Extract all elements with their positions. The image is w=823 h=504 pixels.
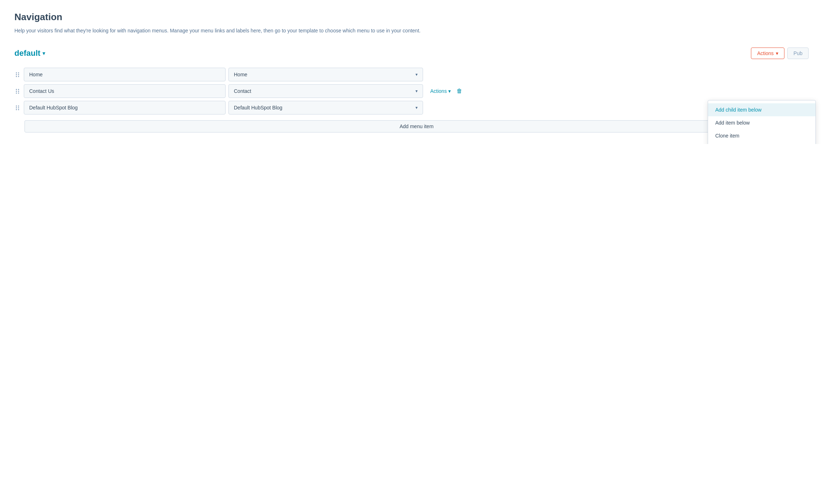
nav-item-contact-label-text: Contact Us bbox=[29, 88, 54, 94]
actions-button[interactable]: Actions ▾ bbox=[751, 48, 784, 59]
nav-item-contact-select-value: Contact bbox=[234, 88, 251, 94]
menu-name-label: default bbox=[14, 49, 40, 58]
nav-item-contact-select[interactable]: Contact ▾ bbox=[228, 84, 423, 98]
nav-item-blog-select-value: Default HubSpot Blog bbox=[234, 105, 283, 111]
blog-select-caret-icon: ▾ bbox=[415, 105, 418, 110]
dropdown-item-add-below-label: Add item below bbox=[715, 120, 750, 126]
nav-item-blog-select[interactable]: Default HubSpot Blog ▾ bbox=[228, 101, 423, 114]
add-menu-item-label: Add menu item bbox=[400, 123, 433, 129]
drag-handle-blog[interactable] bbox=[14, 105, 21, 110]
publish-button[interactable]: Pub bbox=[787, 48, 809, 59]
row-actions-caret-icon: ▾ bbox=[448, 88, 451, 94]
nav-item-row: Home Home ▾ bbox=[14, 68, 809, 81]
select-caret-icon: ▾ bbox=[415, 72, 418, 77]
nav-item-select-value: Home bbox=[234, 72, 247, 77]
menu-header: default ▾ Actions ▾ Pub bbox=[14, 48, 809, 59]
nav-item-label: Home bbox=[24, 68, 226, 81]
header-actions: Actions ▾ Pub bbox=[751, 48, 809, 59]
dropdown-item-clone[interactable]: Clone item bbox=[708, 129, 815, 142]
contact-select-caret-icon: ▾ bbox=[415, 89, 418, 94]
menu-name[interactable]: default ▾ bbox=[14, 49, 45, 58]
trash-icon: 🗑 bbox=[457, 88, 462, 94]
dropdown-item-add-child[interactable]: Add child item below bbox=[708, 103, 815, 116]
dropdown-item-add-below[interactable]: Add item below bbox=[708, 116, 815, 129]
nav-item-blog-label-text: Default HubSpot Blog bbox=[29, 105, 78, 111]
nav-item-select[interactable]: Home ▾ bbox=[228, 68, 423, 81]
nav-item-blog-label: Default HubSpot Blog bbox=[24, 101, 226, 114]
page-description: Help your visitors find what they're loo… bbox=[14, 27, 809, 35]
add-menu-item-button[interactable]: Add menu item bbox=[25, 120, 809, 132]
row-actions: Actions ▾ 🗑 bbox=[427, 86, 464, 96]
page-container: Navigation Help your visitors find what … bbox=[0, 0, 823, 144]
dropdown-section-main: Add child item below Add item below Clon… bbox=[708, 100, 815, 144]
actions-button-caret-icon: ▾ bbox=[776, 50, 778, 56]
menu-name-caret-icon: ▾ bbox=[43, 50, 45, 56]
actions-dropdown-menu: Add child item below Add item below Clon… bbox=[708, 100, 816, 144]
nav-item-row-blog: Default HubSpot Blog Default HubSpot Blo… bbox=[14, 101, 809, 114]
page-title: Navigation bbox=[14, 12, 809, 23]
dropdown-item-open-editor[interactable]: Open in editor ↗ bbox=[708, 142, 815, 144]
delete-button[interactable]: 🗑 bbox=[455, 86, 464, 96]
dropdown-item-clone-label: Clone item bbox=[715, 133, 739, 139]
nav-item-contact-label: Contact Us bbox=[24, 84, 226, 98]
dropdown-item-add-child-label: Add child item below bbox=[715, 107, 761, 113]
nav-items-list: Home Home ▾ Contact Us Contact ▾ bbox=[14, 68, 809, 132]
drag-handle[interactable] bbox=[14, 72, 21, 77]
actions-button-label: Actions bbox=[757, 50, 774, 56]
publish-button-label: Pub bbox=[793, 50, 802, 56]
row-actions-label: Actions bbox=[430, 88, 447, 94]
nav-item-label-text: Home bbox=[29, 72, 43, 77]
row-actions-button[interactable]: Actions ▾ bbox=[427, 87, 454, 95]
drag-handle-contact[interactable] bbox=[14, 89, 21, 94]
nav-item-row-contact: Contact Us Contact ▾ Actions ▾ 🗑 Ad bbox=[14, 84, 809, 98]
